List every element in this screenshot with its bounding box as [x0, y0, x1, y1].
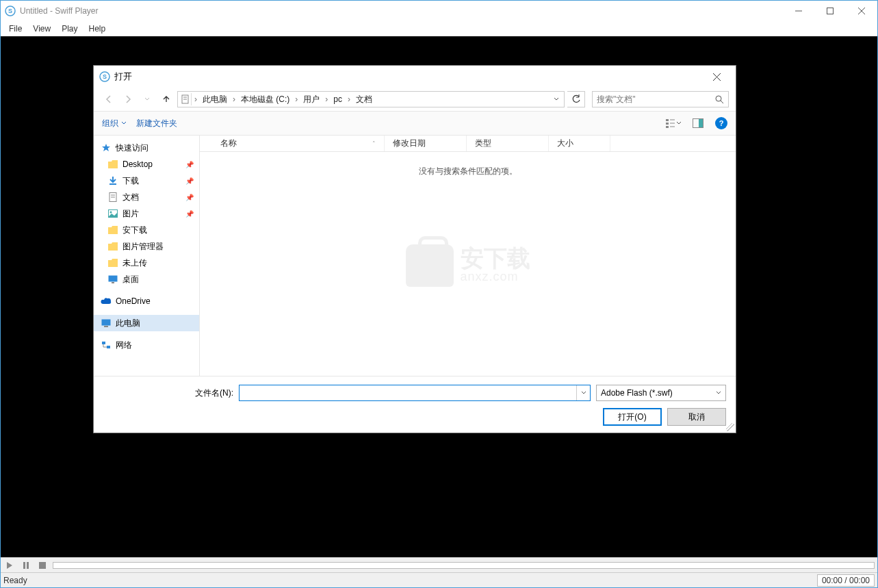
forward-button[interactable] — [120, 91, 136, 107]
cloud-icon — [101, 296, 112, 307]
tree-documents[interactable]: 文档📌 — [94, 189, 199, 205]
pin-icon: 📌 — [185, 194, 194, 201]
svg-rect-31 — [104, 326, 108, 327]
search-icon[interactable] — [715, 95, 724, 104]
dialog-footer: 文件名(N): Adobe Flash (*.swf) 打开(O) 取消 — [94, 376, 736, 433]
chevron-right-icon: › — [324, 94, 329, 104]
file-open-dialog: S 打开 › 此电脑 › 本地磁盘 (C:) › 用户 — [93, 65, 736, 433]
close-button[interactable] — [846, 1, 877, 21]
tree-network[interactable]: 网络 — [94, 337, 199, 353]
column-name[interactable]: 名称˄ — [200, 136, 385, 151]
tree-label: 快速访问 — [116, 142, 149, 154]
chevron-down-icon — [716, 390, 721, 396]
tree-label: 桌面 — [122, 274, 139, 285]
tree-label: 图片管理器 — [122, 241, 164, 253]
sort-icon: ˄ — [372, 140, 376, 147]
file-list-area: 名称˄ 修改日期 类型 大小 没有与搜索条件匹配的项。 安下载 anxz.com — [200, 136, 736, 376]
menu-file[interactable]: File — [3, 23, 27, 35]
svg-rect-30 — [102, 320, 111, 326]
svg-point-27 — [110, 212, 112, 214]
svg-rect-22 — [699, 119, 703, 127]
maximize-button[interactable] — [814, 1, 846, 21]
open-button[interactable]: 打开(O) — [603, 408, 662, 426]
folder-icon — [107, 159, 118, 170]
minimize-button[interactable] — [783, 1, 814, 21]
menu-view[interactable]: View — [27, 23, 56, 35]
tree-pictures[interactable]: 图片📌 — [94, 205, 199, 222]
up-button[interactable] — [158, 91, 175, 107]
view-mode-button[interactable] — [666, 116, 681, 131]
transport-bar — [1, 557, 877, 572]
dialog-titlebar: S 打开 — [94, 66, 736, 88]
resize-grip[interactable] — [726, 423, 734, 431]
empty-message: 没有与搜索条件匹配的项。 — [200, 152, 736, 376]
filetype-label: Adobe Flash (*.swf) — [601, 388, 673, 398]
tree-adown[interactable]: 安下载 — [94, 222, 199, 238]
help-button[interactable]: ? — [715, 117, 727, 129]
organize-button[interactable]: 组织 — [102, 118, 127, 129]
preview-pane-button[interactable] — [690, 116, 706, 131]
filename-label: 文件名(N): — [103, 387, 233, 399]
folder-type-icon — [179, 93, 192, 105]
back-button[interactable] — [101, 91, 117, 107]
refresh-button[interactable] — [567, 91, 585, 107]
chevron-right-icon: › — [346, 94, 352, 104]
stop-button[interactable] — [36, 560, 49, 571]
breadcrumb-segment[interactable]: pc — [331, 92, 345, 107]
play-button[interactable] — [3, 560, 16, 571]
monitor-icon — [107, 274, 118, 285]
breadcrumb-segment[interactable]: 文档 — [353, 92, 375, 107]
address-dropdown-icon[interactable] — [550, 97, 563, 102]
search-input[interactable] — [597, 94, 715, 104]
pin-icon: 📌 — [185, 161, 194, 168]
column-size[interactable]: 大小 — [549, 136, 610, 151]
search-box[interactable] — [592, 91, 729, 107]
tree-label: 安下载 — [122, 225, 147, 236]
tree-desktop2[interactable]: 桌面 — [94, 271, 199, 287]
filename-combo[interactable] — [239, 385, 591, 401]
tree-quick-access[interactable]: 快速访问 — [94, 140, 199, 156]
tree-this-pc[interactable]: 此电脑 — [94, 315, 199, 331]
column-type[interactable]: 类型 — [467, 136, 549, 151]
tree-label: 文档 — [122, 192, 139, 203]
dialog-close-button[interactable] — [703, 67, 730, 86]
tree-notup[interactable]: 未上传 — [94, 255, 199, 271]
star-icon — [101, 142, 112, 153]
stage: S 打开 › 此电脑 › 本地磁盘 (C:) › 用户 — [1, 36, 877, 557]
dialog-body: 快速访问 Desktop📌 下载📌 文档📌 图片📌 安下载 图片管理器 未上传 … — [94, 136, 736, 376]
svg-rect-3 — [827, 8, 834, 14]
pause-button[interactable] — [20, 560, 32, 571]
cancel-button[interactable]: 取消 — [667, 408, 726, 426]
svg-rect-36 — [39, 562, 46, 569]
chevron-right-icon: › — [294, 94, 299, 104]
filetype-combo[interactable]: Adobe Flash (*.swf) — [596, 385, 726, 401]
svg-rect-35 — [27, 562, 29, 569]
filename-dropdown-icon[interactable] — [576, 385, 590, 400]
column-date[interactable]: 修改日期 — [385, 136, 467, 151]
titlebar: S Untitled - Swiff Player — [1, 1, 877, 21]
svg-line-14 — [721, 101, 723, 103]
download-icon — [107, 175, 118, 186]
breadcrumb-segment[interactable]: 此电脑 — [200, 92, 230, 107]
recent-dropdown[interactable] — [139, 91, 155, 107]
seek-bar[interactable] — [53, 562, 875, 569]
tree-downloads[interactable]: 下载📌 — [94, 172, 199, 189]
svg-text:S: S — [103, 73, 107, 80]
address-bar[interactable]: › 此电脑 › 本地磁盘 (C:) › 用户 › pc › 文档 — [177, 91, 565, 107]
menu-help[interactable]: Help — [83, 23, 111, 35]
pin-icon: 📌 — [185, 210, 194, 218]
chevron-right-icon: › — [231, 94, 237, 104]
network-icon — [101, 340, 112, 350]
picture-icon — [107, 208, 118, 219]
breadcrumb-segment[interactable]: 本地磁盘 (C:) — [238, 92, 292, 107]
breadcrumb-segment[interactable]: 用户 — [300, 92, 322, 107]
folder-icon — [107, 225, 118, 235]
new-folder-button[interactable]: 新建文件夹 — [136, 118, 177, 129]
tree-desktop[interactable]: Desktop📌 — [94, 156, 199, 172]
svg-rect-33 — [107, 346, 110, 348]
menu-play[interactable]: Play — [56, 23, 83, 35]
tree-onedrive[interactable]: OneDrive — [94, 293, 199, 309]
filename-input[interactable] — [240, 385, 576, 400]
tree-picmgr[interactable]: 图片管理器 — [94, 238, 199, 255]
organize-label: 组织 — [102, 118, 118, 129]
